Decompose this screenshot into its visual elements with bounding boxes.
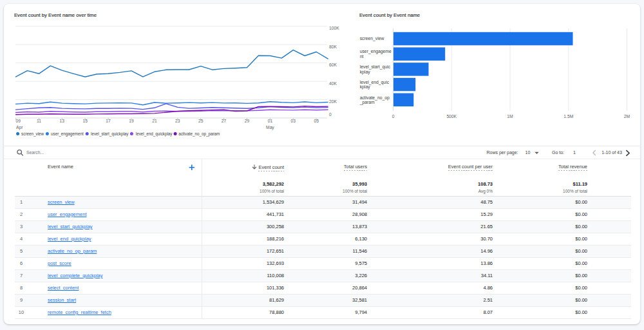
svg-text:kplay: kplay xyxy=(360,70,370,75)
svg-text:80K: 80K xyxy=(329,44,337,49)
svg-text:15: 15 xyxy=(82,119,88,123)
svg-text:0: 0 xyxy=(329,112,332,117)
svg-text:Apr: Apr xyxy=(16,125,23,130)
svg-text:27: 27 xyxy=(222,119,227,123)
svg-text:level_end_quickplay: level_end_quickplay xyxy=(136,131,173,137)
svg-text:11: 11 xyxy=(37,119,41,123)
svg-text:17: 17 xyxy=(106,119,111,123)
svg-text:03: 03 xyxy=(291,119,296,123)
svg-text:01: 01 xyxy=(268,119,273,123)
svg-text:21: 21 xyxy=(152,119,157,123)
svg-text:20K: 20K xyxy=(329,99,337,104)
svg-text:60K: 60K xyxy=(329,63,337,67)
svg-text:100K: 100K xyxy=(329,26,339,30)
svg-text:nt: nt xyxy=(360,54,364,59)
svg-text:19: 19 xyxy=(129,119,134,123)
svg-text:1M: 1M xyxy=(507,114,513,119)
svg-text:screen_view: screen_view xyxy=(360,36,384,41)
svg-text:25: 25 xyxy=(198,119,204,123)
svg-text:09: 09 xyxy=(15,119,21,123)
svg-text:0: 0 xyxy=(392,114,395,119)
svg-text:user_engagement: user_engagement xyxy=(51,131,84,137)
svg-text:level_start_quickplay: level_start_quickplay xyxy=(91,131,129,137)
svg-text:23: 23 xyxy=(175,119,180,123)
svg-text:2M: 2M xyxy=(624,114,630,119)
svg-text:user_engageme: user_engageme xyxy=(360,49,392,54)
svg-text:screen_view: screen_view xyxy=(21,131,44,137)
svg-text:activate_no_op_param: activate_no_op_param xyxy=(178,131,220,137)
svg-text:May: May xyxy=(266,125,274,130)
svg-text:05: 05 xyxy=(314,119,319,123)
svg-text:_param: _param xyxy=(359,100,375,105)
svg-text:40K: 40K xyxy=(329,81,337,86)
svg-text:1.5M: 1.5M xyxy=(564,114,573,119)
svg-text:29: 29 xyxy=(245,119,250,123)
svg-text:13: 13 xyxy=(60,119,65,123)
svg-text:500K: 500K xyxy=(446,114,457,119)
svg-text:kplay: kplay xyxy=(360,84,370,90)
